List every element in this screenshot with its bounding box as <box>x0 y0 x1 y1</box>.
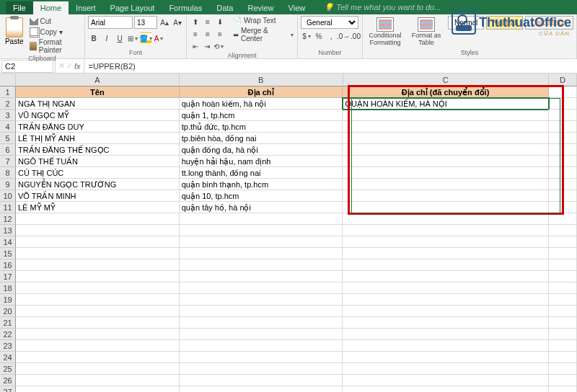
tab-formulas[interactable]: Formulas <box>162 1 209 14</box>
header-cell[interactable]: Địa chỉ <box>180 86 343 98</box>
cell[interactable] <box>343 156 548 167</box>
col-header-c[interactable]: C <box>343 74 549 86</box>
orientation-button[interactable]: ⟲ <box>213 40 224 52</box>
cell[interactable] <box>549 248 577 259</box>
decrease-indent-button[interactable]: ⇤ <box>190 40 201 52</box>
cell[interactable] <box>343 179 548 190</box>
cell[interactable] <box>549 271 577 282</box>
decrease-font-button[interactable]: A▾ <box>172 17 183 28</box>
cell[interactable]: quận 1, tp.hcm <box>180 110 343 121</box>
col-header-b[interactable]: B <box>180 74 343 86</box>
wrap-text-button[interactable]: 📄 Wrap Text <box>232 16 294 25</box>
align-top-button[interactable]: ⬆ <box>190 16 201 27</box>
tab-data[interactable]: Data <box>209 1 240 14</box>
row-header[interactable]: 14 <box>0 236 16 248</box>
cell[interactable] <box>343 340 548 352</box>
cell[interactable] <box>16 259 180 271</box>
border-button[interactable]: ⊞ <box>127 32 138 44</box>
cell[interactable]: TRẦN ĐĂNG THẾ NGỌC <box>16 144 180 156</box>
increase-decimal-button[interactable]: .0→ <box>338 30 349 42</box>
cell[interactable]: NGÀ THỊ NGAN <box>16 98 180 110</box>
cell[interactable] <box>180 386 343 392</box>
cell[interactable] <box>180 363 343 375</box>
cell[interactable] <box>343 133 548 144</box>
percent-button[interactable]: % <box>313 30 325 42</box>
cell[interactable] <box>180 225 343 236</box>
cell[interactable] <box>180 271 343 282</box>
row-header[interactable]: 26 <box>0 375 16 386</box>
cell[interactable] <box>16 282 180 294</box>
italic-button[interactable]: I <box>101 32 113 44</box>
row-header[interactable]: 2 <box>0 98 16 110</box>
cut-button[interactable]: Cut <box>28 16 82 26</box>
cell[interactable]: TRẦN ĐĂNG DUY <box>16 121 180 133</box>
cell[interactable] <box>549 110 577 121</box>
format-painter-button[interactable]: Format Painter <box>28 37 82 55</box>
row-header[interactable]: 12 <box>0 213 16 225</box>
cell[interactable] <box>180 236 343 248</box>
cell[interactable]: CÙ THỊ CÚC <box>16 167 180 179</box>
cell[interactable] <box>180 352 343 363</box>
cell[interactable] <box>343 144 548 156</box>
align-center-button[interactable]: ≡ <box>202 28 213 40</box>
row-header[interactable]: 16 <box>0 259 16 271</box>
row-header[interactable]: 8 <box>0 167 16 179</box>
cell[interactable] <box>343 317 548 329</box>
row-header[interactable]: 21 <box>0 317 16 329</box>
select-all-corner[interactable] <box>0 74 16 86</box>
cell[interactable]: quận 10, tp.hcm <box>180 190 343 202</box>
cell[interactable] <box>549 213 577 225</box>
tab-insert[interactable]: Insert <box>69 1 103 14</box>
cell[interactable] <box>343 294 548 306</box>
cell[interactable] <box>16 225 180 236</box>
cell[interactable] <box>549 156 577 167</box>
bold-button[interactable]: B <box>88 32 100 44</box>
cell[interactable] <box>343 386 548 392</box>
row-header[interactable]: 5 <box>0 133 16 144</box>
cell[interactable]: quận tây hồ, hà nội <box>180 202 343 213</box>
cell[interactable] <box>549 225 577 236</box>
cell[interactable] <box>343 248 548 259</box>
cell[interactable] <box>343 306 548 317</box>
cell[interactable] <box>343 282 548 294</box>
format-as-table-button[interactable]: Format as Table <box>407 16 446 46</box>
row-header[interactable]: 27 <box>0 386 16 392</box>
cell[interactable] <box>549 133 577 144</box>
cell[interactable] <box>180 248 343 259</box>
row-header[interactable]: 9 <box>0 179 16 190</box>
cell[interactable] <box>549 167 577 179</box>
cell[interactable] <box>549 352 577 363</box>
cell[interactable]: QUẬN HOÀN KIẾM, HÀ NỘI <box>343 98 548 110</box>
tab-home[interactable]: Home <box>33 1 69 14</box>
row-header[interactable]: 3 <box>0 110 16 121</box>
cell[interactable] <box>549 306 577 317</box>
paste-button[interactable]: Paste <box>3 16 26 45</box>
conditional-formatting-button[interactable]: Conditional Formatting <box>366 16 405 46</box>
cell[interactable] <box>549 121 577 133</box>
tab-page-layout[interactable]: Page Layout <box>103 1 162 14</box>
cell[interactable]: quận đống đa, hà nội <box>180 144 343 156</box>
cell[interactable] <box>343 236 548 248</box>
cell[interactable]: VŨ NGỌC MỸ <box>16 110 180 121</box>
row-header[interactable]: 6 <box>0 144 16 156</box>
cell[interactable] <box>549 202 577 213</box>
cell[interactable]: NGÔ THẾ TUẤN <box>16 156 180 167</box>
cell[interactable]: huyện hải hậu, nam định <box>180 156 343 167</box>
cell[interactable] <box>549 294 577 306</box>
font-name-select[interactable] <box>88 16 133 29</box>
cell[interactable] <box>343 225 548 236</box>
tab-review[interactable]: Review <box>240 1 281 14</box>
cell[interactable] <box>343 202 548 213</box>
cell[interactable] <box>343 121 548 133</box>
cell[interactable] <box>180 329 343 340</box>
cell[interactable] <box>549 386 577 392</box>
cell[interactable] <box>16 340 180 352</box>
cell[interactable] <box>16 386 180 392</box>
increase-font-button[interactable]: A▴ <box>159 17 170 28</box>
cell[interactable] <box>180 259 343 271</box>
align-right-button[interactable]: ≡ <box>214 28 226 40</box>
col-header-a[interactable]: A <box>16 74 180 86</box>
row-header[interactable]: 4 <box>0 121 16 133</box>
row-header[interactable]: 19 <box>0 294 16 306</box>
cell[interactable] <box>180 375 343 386</box>
